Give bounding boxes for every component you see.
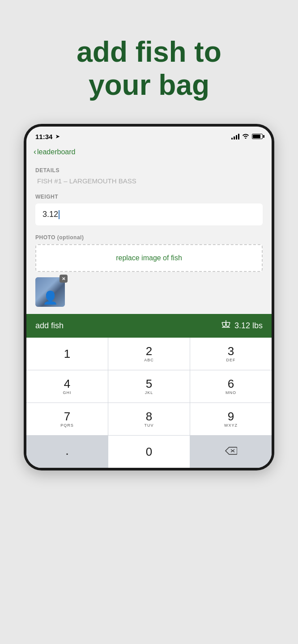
- key-6[interactable]: 6 MNO: [190, 370, 272, 402]
- nav-bar: ‹ leaderboard: [26, 144, 272, 160]
- key-9[interactable]: 9 WXYZ: [190, 403, 272, 435]
- key-1[interactable]: 1: [26, 338, 108, 370]
- weight-display: 3.12 lbs: [221, 320, 263, 331]
- weight-value: 3.12: [43, 210, 60, 219]
- status-icons: [231, 133, 263, 140]
- key-7[interactable]: 7 PQRS: [26, 403, 108, 435]
- add-fish-label: add fish: [35, 321, 64, 330]
- details-label: DETAILS: [35, 167, 263, 174]
- key-3[interactable]: 3 DEF: [190, 338, 272, 370]
- back-button[interactable]: ‹ leaderboard: [34, 147, 75, 157]
- back-label: leaderboard: [37, 148, 75, 156]
- thumbnail-row: ✕: [35, 277, 263, 307]
- weight-label: WEIGHT: [35, 194, 263, 200]
- phone-screen: 11:34 ➤: [26, 127, 272, 468]
- hero-title: add fish to your bag: [59, 36, 239, 102]
- location-icon: ➤: [55, 134, 60, 140]
- key-4[interactable]: 4 GHI: [26, 370, 108, 402]
- hero-title-line1: add fish to: [77, 36, 221, 68]
- status-time: 11:34 ➤: [35, 133, 60, 140]
- key-0[interactable]: 0: [108, 436, 190, 468]
- key-dot[interactable]: .: [26, 436, 108, 468]
- photo-label: PHOTO (optional): [35, 234, 263, 241]
- text-cursor: [59, 210, 60, 219]
- phone-frame: 11:34 ➤: [24, 124, 274, 470]
- wifi-icon: [242, 133, 249, 140]
- status-bar: 11:34 ➤: [26, 127, 272, 144]
- content-area: DETAILS FISH #1 – LARGEMOUTH BASS WEIGHT…: [26, 160, 272, 314]
- add-fish-bar[interactable]: add fish 3.12 lbs: [26, 314, 272, 338]
- thumbnail-container: ✕: [35, 277, 65, 307]
- weight-input[interactable]: 3.12: [35, 203, 263, 225]
- hero-title-line2: your bag: [89, 69, 209, 101]
- chevron-left-icon: ‹: [34, 147, 36, 157]
- backspace-icon: [225, 446, 237, 458]
- key-2[interactable]: 2 ABC: [108, 338, 190, 370]
- remove-thumbnail-button[interactable]: ✕: [60, 275, 68, 283]
- replace-image-button[interactable]: replace image of fish: [35, 244, 263, 272]
- fish-description: FISH #1 – LARGEMOUTH BASS: [35, 177, 263, 185]
- key-backspace[interactable]: [190, 436, 272, 468]
- key-5[interactable]: 5 JKL: [108, 370, 190, 402]
- numeric-keyboard: 1 2 ABC 3 DEF 4 GHI 5 JKL 6 MNO: [26, 338, 272, 468]
- scale-icon: [221, 320, 231, 331]
- key-8[interactable]: 8 TUV: [108, 403, 190, 435]
- battery-icon: [252, 134, 263, 139]
- signal-bars-icon: [231, 133, 239, 140]
